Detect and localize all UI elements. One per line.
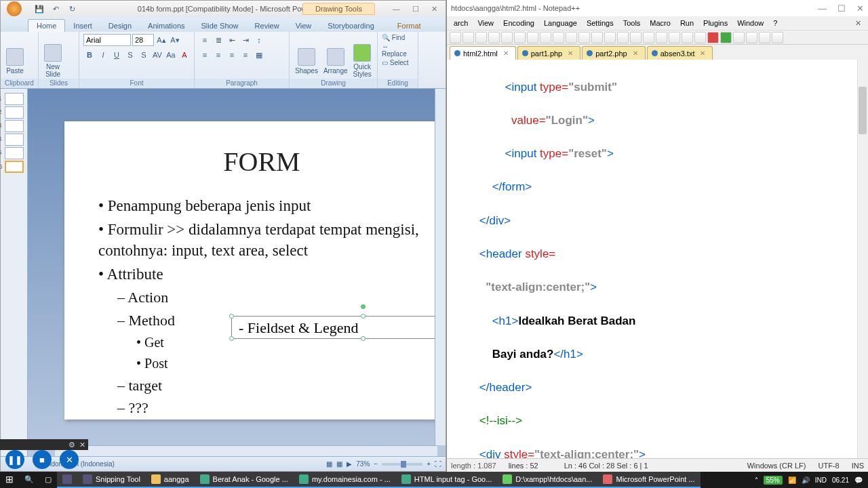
- tab-storyboarding[interactable]: Storyboarding: [319, 20, 382, 32]
- taskbar-app[interactable]: my.domainesia.com - ...: [294, 472, 396, 488]
- tbtn[interactable]: [656, 32, 667, 43]
- close-icon[interactable]: ✕: [431, 5, 437, 14]
- tbtn[interactable]: [462, 32, 474, 43]
- tbtn[interactable]: [707, 32, 719, 43]
- close-doc-icon[interactable]: ✕: [851, 19, 865, 28]
- thumb-6[interactable]: 6: [5, 161, 24, 173]
- slide-canvas[interactable]: FORM Penampung beberapa jenis input Form…: [28, 89, 446, 456]
- arrange-button[interactable]: Arrange: [322, 47, 349, 76]
- find-button[interactable]: 🔍 Find: [382, 34, 405, 41]
- shrink-font-icon[interactable]: A▾: [169, 34, 181, 46]
- tab-close-icon[interactable]: ✕: [700, 49, 705, 57]
- tab-close-icon[interactable]: ✕: [568, 49, 573, 57]
- selected-textbox[interactable]: - Fieldset & Legend: [231, 316, 446, 339]
- tbtn[interactable]: [720, 32, 732, 43]
- thumb-5[interactable]: 5: [5, 147, 24, 159]
- bold-icon[interactable]: B: [83, 49, 96, 61]
- start-button[interactable]: ⊞: [0, 472, 19, 488]
- tab-close-icon[interactable]: ✕: [503, 49, 509, 57]
- menu-run[interactable]: Run: [676, 18, 698, 28]
- bullets-icon[interactable]: ≡: [199, 34, 211, 46]
- tbtn[interactable]: [617, 32, 629, 43]
- gear-icon[interactable]: ⚙: [68, 441, 75, 449]
- menu-encoding[interactable]: Encoding: [499, 18, 538, 28]
- taskbar-app[interactable]: Snipping Tool: [77, 472, 146, 488]
- paste-button[interactable]: Paste: [5, 47, 25, 76]
- italic-icon[interactable]: I: [97, 49, 109, 61]
- maximize-icon[interactable]: ☐: [837, 3, 846, 14]
- tbtn[interactable]: [501, 32, 513, 43]
- underline-icon[interactable]: U: [111, 49, 123, 61]
- volume-icon[interactable]: 🔊: [802, 476, 810, 484]
- tab-slideshow[interactable]: Slide Show: [193, 20, 247, 32]
- file-tab[interactable]: part1.php✕: [517, 46, 580, 60]
- vscrollbar[interactable]: [435, 89, 446, 445]
- task-view-button[interactable]: ▢: [39, 472, 57, 488]
- menu-language[interactable]: Language: [540, 18, 581, 28]
- tab-design[interactable]: Design: [100, 20, 140, 32]
- code-editor[interactable]: <input type="submit" value="Login"> <inp…: [447, 60, 868, 458]
- menu-view[interactable]: View: [473, 18, 498, 28]
- align-center-icon[interactable]: ≡: [212, 49, 224, 61]
- menu-settings[interactable]: Settings: [583, 18, 618, 28]
- battery-icon[interactable]: 55%: [764, 476, 783, 485]
- tbtn[interactable]: [669, 32, 680, 43]
- shapes-button[interactable]: Shapes: [294, 47, 319, 76]
- tbtn[interactable]: [694, 32, 706, 43]
- justify-icon[interactable]: ≡: [239, 49, 252, 61]
- thumb-3[interactable]: 3: [5, 120, 24, 132]
- dec-indent-icon[interactable]: ⇤: [226, 34, 238, 46]
- numbering-icon[interactable]: ≣: [212, 34, 224, 46]
- menu-tools[interactable]: Tools: [619, 18, 645, 28]
- close-icon[interactable]: ✕: [856, 3, 864, 14]
- align-left-icon[interactable]: ≡: [199, 49, 211, 61]
- file-tab[interactable]: absen3.txt✕: [647, 46, 713, 60]
- new-slide-button[interactable]: New Slide: [43, 43, 63, 79]
- search-button[interactable]: 🔍: [19, 472, 39, 488]
- maximize-icon[interactable]: ☐: [412, 5, 419, 14]
- tbtn[interactable]: [578, 32, 590, 43]
- tbtn[interactable]: [514, 32, 526, 43]
- context-tab-drawing-tools[interactable]: Drawing Tools: [302, 3, 375, 15]
- tbtn[interactable]: [566, 32, 577, 43]
- editor-vscrollbar[interactable]: [857, 60, 868, 458]
- close-button[interactable]: ✕: [60, 450, 79, 469]
- select-button[interactable]: ▭ Select: [382, 59, 409, 66]
- font-color-icon[interactable]: A: [178, 49, 191, 61]
- replace-button[interactable]: ↔ Replace: [382, 43, 414, 58]
- tbtn[interactable]: [630, 32, 642, 43]
- taskbar-app[interactable]: HTML input tag - Goo...: [396, 472, 498, 488]
- case-icon[interactable]: Aa: [165, 49, 177, 61]
- rec-close-icon[interactable]: ✕: [79, 441, 85, 449]
- shadow-icon[interactable]: S: [138, 49, 150, 61]
- tbtn[interactable]: [643, 32, 654, 43]
- font-name-input[interactable]: [83, 34, 131, 46]
- spacing-icon[interactable]: AV: [151, 49, 163, 61]
- tbtn[interactable]: [488, 32, 500, 43]
- tab-format[interactable]: Format: [389, 20, 429, 32]
- taskbar-app[interactable]: aangga: [146, 472, 195, 488]
- tab-animations[interactable]: Animations: [140, 20, 193, 32]
- tbtn[interactable]: [682, 32, 693, 43]
- menu-help[interactable]: ?: [769, 18, 781, 28]
- inc-indent-icon[interactable]: ⇥: [239, 34, 252, 46]
- tbtn[interactable]: [604, 32, 616, 43]
- line-spacing-icon[interactable]: ↕: [253, 34, 265, 46]
- quick-styles-button[interactable]: Quick Styles: [352, 43, 373, 79]
- save-icon[interactable]: 💾: [33, 3, 45, 15]
- font-size-input[interactable]: [132, 34, 154, 46]
- columns-icon[interactable]: ▦: [253, 49, 265, 61]
- clock[interactable]: 06.21: [832, 476, 849, 484]
- tbtn[interactable]: [591, 32, 603, 43]
- tray-up-icon[interactable]: ˄: [755, 476, 758, 484]
- thumb-1[interactable]: 1: [5, 93, 24, 105]
- tbtn[interactable]: [527, 32, 538, 43]
- strike-icon[interactable]: S: [124, 49, 136, 61]
- pause-button[interactable]: ❚❚: [5, 450, 24, 469]
- minimize-icon[interactable]: ―: [393, 5, 400, 14]
- lang-indicator[interactable]: IND: [815, 476, 827, 484]
- tbtn[interactable]: [759, 32, 770, 43]
- minimize-icon[interactable]: ―: [818, 3, 827, 14]
- grow-font-icon[interactable]: A▴: [155, 34, 167, 46]
- align-right-icon[interactable]: ≡: [226, 49, 238, 61]
